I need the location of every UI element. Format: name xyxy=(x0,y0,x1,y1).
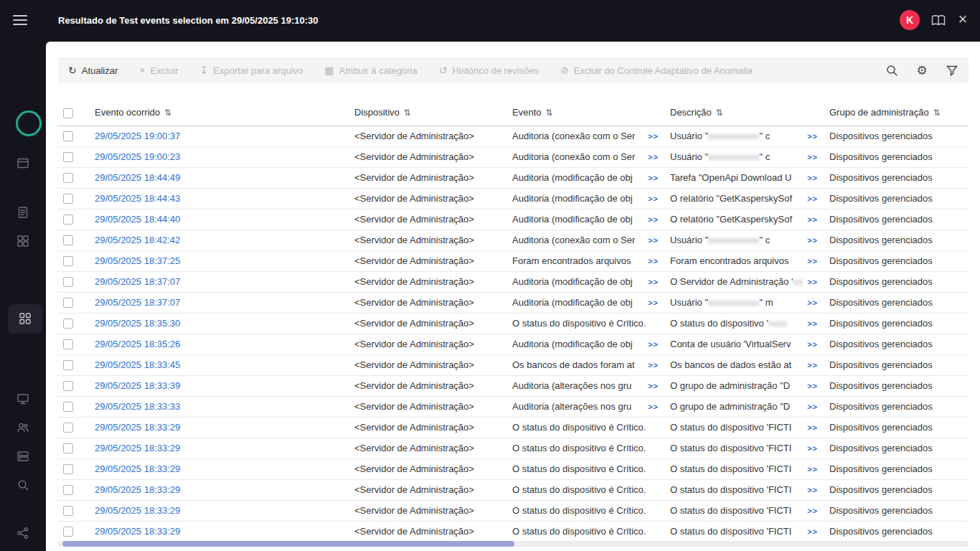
event-time-link[interactable]: 29/05/2025 18:33:29 xyxy=(95,526,180,537)
event-time-link[interactable]: 29/05/2025 18:37:07 xyxy=(95,297,180,308)
expand-event-link[interactable]: >> xyxy=(648,340,659,349)
expand-event-link[interactable]: >> xyxy=(648,132,659,141)
expand-event-link[interactable]: >> xyxy=(648,257,659,265)
expand-event-link[interactable]: >> xyxy=(648,174,659,182)
expand-description-link[interactable]: >> xyxy=(807,486,818,494)
event-time-link[interactable]: 29/05/2025 18:33:29 xyxy=(95,505,180,516)
column-header-1[interactable]: Evento ocorrido⇅ xyxy=(89,100,349,126)
expand-description-link[interactable]: >> xyxy=(807,465,818,474)
expand-event-link[interactable]: >> xyxy=(648,382,659,390)
settings-button[interactable]: ⚙ xyxy=(915,64,928,77)
expand-description-link[interactable]: >> xyxy=(807,423,818,432)
search-button[interactable] xyxy=(885,64,898,77)
refresh-button[interactable]: ↻Atualizar xyxy=(68,65,118,76)
sort-icon[interactable]: ⇅ xyxy=(716,108,723,118)
event-time-link[interactable]: 29/05/2025 18:33:29 xyxy=(95,484,180,495)
monitoring-icon[interactable] xyxy=(17,392,29,405)
row-checkbox[interactable] xyxy=(63,194,73,204)
column-header-2[interactable]: Dispositivo⇅ xyxy=(349,100,507,126)
filter-button[interactable] xyxy=(946,64,958,77)
expand-event-link[interactable]: >> xyxy=(648,215,659,224)
row-checkbox[interactable] xyxy=(63,277,73,287)
expand-event-link[interactable]: >> xyxy=(648,402,659,411)
scrollbar-thumb[interactable] xyxy=(62,541,514,547)
event-time-link[interactable]: 29/05/2025 18:44:49 xyxy=(95,172,180,183)
select-all-checkbox[interactable] xyxy=(63,108,73,118)
event-time-link[interactable]: 29/05/2025 18:33:39 xyxy=(95,380,180,391)
expand-description-link[interactable]: >> xyxy=(807,444,818,453)
expand-description-link[interactable]: >> xyxy=(807,402,818,411)
event-time-link[interactable]: 29/05/2025 19:00:23 xyxy=(95,151,180,162)
sort-icon[interactable]: ⇅ xyxy=(164,108,171,118)
expand-description-link[interactable]: >> xyxy=(807,132,818,141)
repositories-icon[interactable] xyxy=(17,450,29,463)
row-checkbox[interactable] xyxy=(63,256,73,266)
row-checkbox[interactable] xyxy=(63,464,73,474)
expand-description-link[interactable]: >> xyxy=(807,153,818,161)
expand-event-link[interactable]: >> xyxy=(648,236,659,245)
row-checkbox[interactable] xyxy=(63,402,73,412)
row-checkbox[interactable] xyxy=(63,527,73,537)
expand-description-link[interactable]: >> xyxy=(807,257,818,265)
row-checkbox[interactable] xyxy=(63,173,73,183)
reports-icon[interactable] xyxy=(17,206,29,219)
row-checkbox[interactable] xyxy=(63,152,73,162)
event-time-link[interactable]: 29/05/2025 18:35:30 xyxy=(95,318,180,329)
row-checkbox[interactable] xyxy=(63,215,73,225)
event-time-link[interactable]: 29/05/2025 18:44:40 xyxy=(95,214,180,225)
expand-description-link[interactable]: >> xyxy=(807,361,818,369)
expand-description-link[interactable]: >> xyxy=(807,507,818,515)
close-icon[interactable]: × xyxy=(954,9,971,29)
event-time-link[interactable]: 29/05/2025 19:00:37 xyxy=(95,131,180,141)
event-time-link[interactable]: 29/05/2025 18:44:43 xyxy=(95,193,180,204)
sort-icon[interactable]: ⇅ xyxy=(933,108,941,118)
row-checkbox[interactable] xyxy=(63,319,73,329)
expand-description-link[interactable]: >> xyxy=(807,236,818,245)
expand-event-link[interactable]: >> xyxy=(648,194,659,203)
event-time-link[interactable]: 29/05/2025 18:33:29 xyxy=(95,463,180,474)
row-checkbox[interactable] xyxy=(63,298,73,308)
documentation-icon[interactable] xyxy=(930,14,946,27)
dashboard-icon[interactable] xyxy=(17,157,29,170)
expand-description-link[interactable]: >> xyxy=(807,382,818,390)
row-checkbox[interactable] xyxy=(63,443,73,453)
event-time-link[interactable]: 29/05/2025 18:33:45 xyxy=(95,359,180,370)
event-time-link[interactable]: 29/05/2025 18:33:33 xyxy=(95,401,180,412)
row-checkbox[interactable] xyxy=(63,506,73,516)
device-grid-icon[interactable] xyxy=(17,235,29,248)
event-time-link[interactable]: 29/05/2025 18:33:29 xyxy=(95,443,180,453)
row-checkbox[interactable] xyxy=(63,423,73,433)
event-time-link[interactable]: 29/05/2025 18:37:07 xyxy=(95,276,180,287)
expand-description-link[interactable]: >> xyxy=(807,319,818,328)
expand-event-link[interactable]: >> xyxy=(648,298,659,307)
expand-description-link[interactable]: >> xyxy=(807,194,818,203)
users-icon[interactable] xyxy=(17,421,29,434)
row-checkbox[interactable] xyxy=(63,131,73,141)
expand-event-link[interactable]: >> xyxy=(648,361,659,369)
row-checkbox[interactable] xyxy=(63,235,73,245)
expand-description-link[interactable]: >> xyxy=(807,340,818,349)
column-header-5[interactable]: Grupo de administração⇅ xyxy=(824,100,969,126)
expand-description-link[interactable]: >> xyxy=(807,278,818,286)
sort-icon[interactable]: ⇅ xyxy=(404,108,411,118)
event-time-link[interactable]: 29/05/2025 18:35:26 xyxy=(95,339,180,349)
row-checkbox[interactable] xyxy=(63,339,73,349)
expand-description-link[interactable]: >> xyxy=(807,527,818,536)
row-checkbox[interactable] xyxy=(63,381,73,391)
menu-icon[interactable] xyxy=(13,15,27,27)
expand-event-link[interactable]: >> xyxy=(648,153,659,161)
column-header-4[interactable]: Descrição⇅ xyxy=(664,100,824,126)
row-checkbox[interactable] xyxy=(63,360,73,370)
expand-description-link[interactable]: >> xyxy=(807,174,818,182)
expand-event-link[interactable]: >> xyxy=(648,278,659,286)
column-header-3[interactable]: Evento⇅ xyxy=(507,100,664,126)
sort-icon[interactable]: ⇅ xyxy=(545,108,552,118)
sidebar-item-active[interactable] xyxy=(8,304,42,334)
row-checkbox[interactable] xyxy=(63,485,73,495)
expand-description-link[interactable]: >> xyxy=(807,298,818,307)
expand-description-link[interactable]: >> xyxy=(807,215,818,224)
event-time-link[interactable]: 29/05/2025 18:37:25 xyxy=(95,255,180,266)
event-time-link[interactable]: 29/05/2025 18:42:42 xyxy=(95,235,180,245)
search-icon[interactable] xyxy=(17,479,29,491)
console-icon[interactable] xyxy=(17,527,29,540)
